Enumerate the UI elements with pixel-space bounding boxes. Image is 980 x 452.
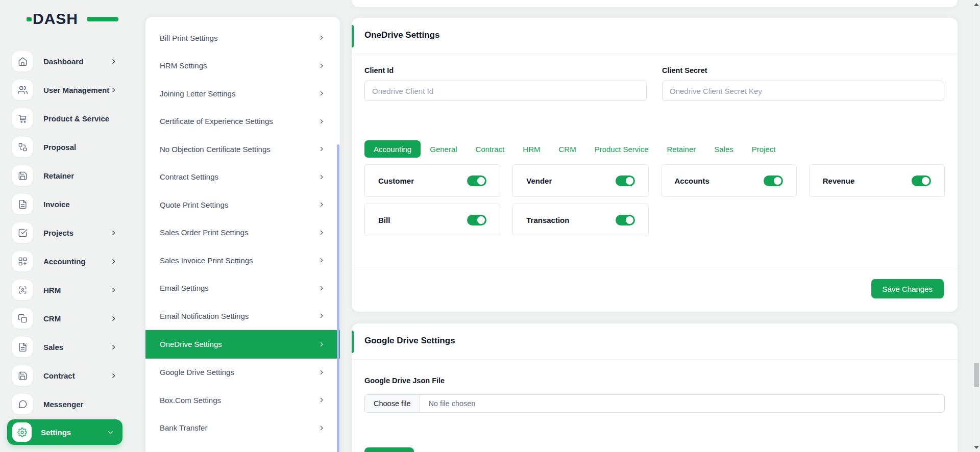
googledrive-card-header: Google Drive Settings	[352, 323, 958, 360]
save-changes-button[interactable]: Save Changes	[871, 279, 944, 298]
tab-general[interactable]: General	[421, 140, 466, 158]
scroll-down-arrow-icon[interactable]	[974, 446, 979, 449]
vender-toggle-card: Vender	[512, 164, 648, 197]
settings-menu-item-onedrive-settings[interactable]: OneDrive Settings	[145, 330, 340, 359]
choose-file-button[interactable]: Choose file	[365, 395, 420, 412]
tab-contract[interactable]: Contract	[467, 140, 514, 158]
file-chosen-status: No file chosen	[429, 399, 476, 408]
onedrive-title: OneDrive Settings	[364, 30, 439, 40]
onedrive-settings-card: OneDrive Settings Client Id Client Secre…	[352, 18, 958, 312]
tab-product-service[interactable]: Product Service	[585, 140, 658, 158]
sidebar-item-retainer[interactable]: Retainer	[0, 161, 134, 190]
sidebar-item-label: User Management	[43, 86, 134, 94]
revenue-toggle[interactable]	[912, 175, 931, 186]
settings-menu-item-certificate-of-experience-settings[interactable]: Certificate of Experience Settings	[145, 108, 340, 136]
settings-menu-item-email-settings[interactable]: Email Settings	[145, 274, 340, 303]
settings-menu-item-hrm-settings[interactable]: HRM Settings	[145, 52, 340, 80]
sidebar-item-projects[interactable]: Projects	[0, 218, 134, 247]
chevron-right-icon	[318, 118, 325, 124]
accounts-toggle-card: Accounts	[661, 164, 797, 197]
revenue-toggle-card: Revenue	[809, 164, 945, 197]
tab-project[interactable]: Project	[743, 140, 785, 158]
settings-menu-item-label: Email Notification Settings	[160, 312, 249, 320]
tab-sales[interactable]: Sales	[705, 140, 743, 158]
chevron-right-icon	[318, 146, 325, 152]
settings-menu-item-bill-print-settings[interactable]: Bill Print Settings	[145, 24, 340, 52]
tab-retainer[interactable]: Retainer	[658, 140, 705, 158]
transaction-toggle[interactable]	[616, 215, 635, 225]
chevron-right-icon	[318, 90, 325, 96]
toggle-label: Vender	[526, 177, 552, 185]
file-icon	[12, 194, 33, 214]
onedrive-card-footer: Save Changes	[352, 269, 958, 312]
settings-menu-item-label: Quote Print Settings	[160, 200, 228, 209]
bill-toggle[interactable]	[467, 215, 486, 225]
sidebar-item-label: Proposal	[43, 143, 134, 152]
previous-card-edge	[352, 0, 958, 7]
sidebar-item-dashboard[interactable]: Dashboard	[0, 47, 134, 76]
logo-dash-icon	[27, 17, 32, 21]
sidebar-item-sales[interactable]: Sales	[0, 333, 134, 361]
settings-menu-item-quote-print-settings[interactable]: Quote Print Settings	[145, 191, 340, 219]
chevron-right-icon	[110, 258, 117, 265]
settings-menu-item-google-drive-settings[interactable]: Google Drive Settings	[145, 359, 340, 387]
sidebar-item-messenger[interactable]: Messenger	[0, 390, 134, 418]
client-id-input[interactable]	[364, 81, 647, 101]
brand-logo[interactable]: DASH	[33, 10, 104, 28]
sidebar-item-contract[interactable]: Contract	[0, 361, 134, 390]
settings-menu-item-box-com-settings[interactable]: Box.Com Settings	[145, 386, 340, 414]
window-scrollbar[interactable]	[972, 0, 980, 452]
grid-plus-icon	[12, 251, 33, 271]
sidebar-item-label: Invoice	[43, 200, 134, 209]
tab-accounting[interactable]: Accounting	[364, 140, 421, 158]
chevron-right-icon	[110, 287, 117, 293]
sidebar-item-invoice[interactable]: Invoice	[0, 190, 134, 218]
chevron-right-icon	[110, 230, 117, 236]
chevron-right-icon	[318, 35, 325, 41]
settings-menu-item-no-objection-certificate-settings[interactable]: No Objection Certificate Settings	[145, 135, 340, 163]
sidebar-item-accounting[interactable]: Accounting	[0, 247, 134, 275]
client-id-field-group: Client Id	[364, 66, 647, 101]
chevron-right-icon	[318, 397, 325, 403]
scrollbar-thumb[interactable]	[974, 363, 979, 387]
scroll-up-arrow-icon[interactable]	[974, 3, 979, 6]
sidebar-item-user-management[interactable]: User Management	[0, 76, 134, 104]
sidebar-item-crm[interactable]: CRM	[0, 304, 134, 333]
module-tabs: AccountingGeneralContractHRMCRMProduct S…	[364, 140, 785, 158]
sidebar-item-product-service[interactable]: Product & Service	[0, 104, 134, 133]
chevron-right-icon	[318, 63, 325, 69]
settings-menu-item-bank-transfer[interactable]: Bank Transfer	[145, 414, 340, 442]
sidebar-item-hrm[interactable]: HRM	[0, 275, 134, 304]
customer-toggle[interactable]	[467, 175, 486, 186]
settings-menu-item-barcode-settings[interactable]: Barcode Settings	[145, 442, 340, 452]
tab-accounting-partial[interactable]	[364, 447, 414, 452]
settings-menu-item-joining-letter-settings[interactable]: Joining Letter Settings	[145, 80, 340, 108]
toggle-knob	[626, 216, 633, 224]
sidebar-item-settings[interactable]: Settings	[7, 419, 122, 445]
vender-toggle[interactable]	[616, 175, 635, 186]
gdrive-json-file-input[interactable]: Choose file No file chosen	[364, 394, 945, 413]
save-icon	[12, 165, 33, 186]
chevron-right-icon	[110, 58, 117, 65]
workflow-icon	[12, 137, 33, 157]
settings-menu-item-label: Bill Print Settings	[160, 34, 217, 42]
header-accent-bar	[352, 25, 354, 47]
settings-menu-item-contract-settings[interactable]: Contract Settings	[145, 163, 340, 191]
chevron-right-icon	[318, 257, 325, 263]
client-secret-input[interactable]	[662, 81, 944, 101]
chevron-right-icon	[318, 313, 325, 319]
tab-hrm[interactable]: HRM	[513, 140, 549, 158]
submenu-scrollbar-thumb[interactable]	[337, 144, 339, 452]
settings-menu-item-sales-invoice-print-settings[interactable]: Sales Invoice Print Settings	[145, 246, 340, 274]
tab-crm[interactable]: CRM	[549, 140, 585, 158]
settings-menu-item-email-notification-settings[interactable]: Email Notification Settings	[145, 302, 340, 330]
sidebar-item-label: Accounting	[43, 257, 134, 266]
settings-menu-item-label: Box.Com Settings	[160, 396, 221, 405]
accounts-toggle[interactable]	[764, 175, 783, 186]
chevron-right-icon	[110, 372, 117, 379]
logo-text: DASH	[33, 10, 78, 27]
toggle-label: Revenue	[823, 177, 855, 185]
client-secret-field-group: Client Secret	[662, 66, 944, 101]
sidebar-item-proposal[interactable]: Proposal	[0, 133, 134, 161]
settings-menu-item-sales-order-print-settings[interactable]: Sales Order Print Settings	[145, 219, 340, 247]
